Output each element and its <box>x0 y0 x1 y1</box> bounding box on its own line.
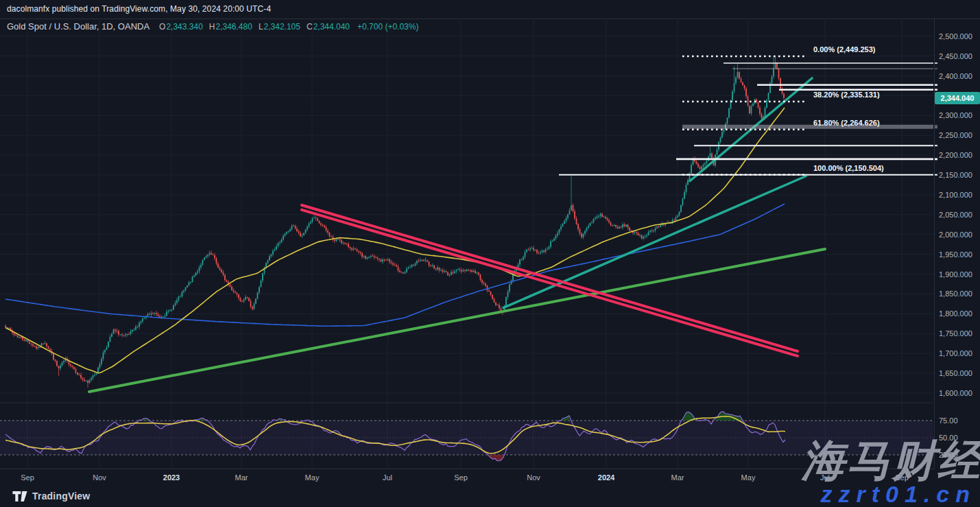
rsi-axis-label: 75.00 <box>939 416 958 425</box>
price-axis-label: 2,300.000 <box>939 111 972 119</box>
tradingview-wordmark: TradingView <box>32 491 90 502</box>
rsi-pane[interactable] <box>0 412 933 460</box>
watermark-cn-text: 海马财经 <box>802 439 980 482</box>
time-axis[interactable]: SepNov2023MarMayJulSepNov2024MarMayJulSe… <box>0 469 934 487</box>
time-axis-label: Nov <box>527 473 540 482</box>
price-axis-label: 2,250.000 <box>939 131 972 139</box>
tradingview-logo-link[interactable]: TradingView <box>12 491 90 502</box>
price-axis-label: 1,850.000 <box>939 290 972 298</box>
close-value: 2,344.040 <box>313 22 350 32</box>
price-axis-label: 1,650.000 <box>939 369 972 377</box>
time-axis-label: Nov <box>93 473 106 482</box>
fib-level-label: 0.00% (2,449.253) <box>813 45 876 54</box>
symbol-title[interactable]: Gold Spot / U.S. Dollar, 1D, OANDA <box>7 21 150 32</box>
plot-area[interactable] <box>0 19 933 469</box>
time-axis-label: Sep <box>454 473 468 482</box>
fib-level-label: 61.80% (2,264.626) <box>813 119 880 127</box>
gridlines <box>0 19 933 469</box>
price-axis-label: 2,150.000 <box>939 171 972 179</box>
time-axis-label: Sep <box>21 473 34 482</box>
tradingview-logo-icon <box>12 491 27 502</box>
time-axis-label: May <box>305 473 320 482</box>
ascending-teal-long[interactable] <box>503 176 806 308</box>
price-axis-label: 2,450.000 <box>939 52 972 60</box>
price-axis-label: 2,200.000 <box>939 151 972 159</box>
open-label: O <box>159 22 165 32</box>
price-axis-label: 1,950.000 <box>939 250 972 259</box>
price-axis-label: 1,600.000 <box>939 389 972 397</box>
price-axis-label: 1,700.000 <box>939 349 972 357</box>
price-axis-label: 2,500.000 <box>939 32 972 40</box>
price-axis-label: 2,050.000 <box>939 211 972 219</box>
time-axis-label: May <box>741 473 756 482</box>
price-axis[interactable]: 2,344.040 2,500.0002,450.0002,400.0002,3… <box>934 19 980 469</box>
open-value: 2,343.340 <box>166 22 202 32</box>
low-label: L <box>259 22 263 32</box>
last-price-badge: 2,344.040 <box>935 92 980 104</box>
high-label: H <box>209 22 215 32</box>
high-value: 2,346.480 <box>215 22 252 32</box>
close-label: C <box>307 22 313 32</box>
price-axis-label: 2,000.000 <box>939 231 972 239</box>
time-axis-label: 2024 <box>598 473 614 482</box>
tradingview-published-chart: dacolmanfx published on TradingView.com,… <box>0 0 980 507</box>
price-axis-label: 1,900.000 <box>939 270 972 279</box>
legend-row: Gold Spot / U.S. Dollar, 1D, OANDAO2,343… <box>7 21 418 32</box>
chart-canvas[interactable] <box>0 0 980 507</box>
watermark-url-text: zzrt01.cn <box>821 482 977 506</box>
descending-channel-upper[interactable] <box>302 205 798 351</box>
time-axis-label: Mar <box>671 473 684 482</box>
fib-level-label: 38.20% (2,335.131) <box>813 91 880 99</box>
fib-level-label: 100.00% (2,150.504) <box>813 164 884 172</box>
time-axis-label: Jul <box>383 473 392 482</box>
low-value: 2,342.105 <box>264 22 300 32</box>
price-axis-label: 1,750.000 <box>939 329 972 338</box>
time-axis-label: Mar <box>235 473 248 482</box>
candlestick-series[interactable] <box>5 56 785 388</box>
time-axis-label: 2023 <box>163 473 180 482</box>
change-value: +0.700 (+0.03%) <box>357 22 418 32</box>
price-axis-label: 2,400.000 <box>939 72 972 80</box>
price-axis-label: 2,100.000 <box>939 191 972 199</box>
price-axis-label: 1,800.000 <box>939 309 972 318</box>
descending-channel-lower[interactable] <box>302 210 798 356</box>
